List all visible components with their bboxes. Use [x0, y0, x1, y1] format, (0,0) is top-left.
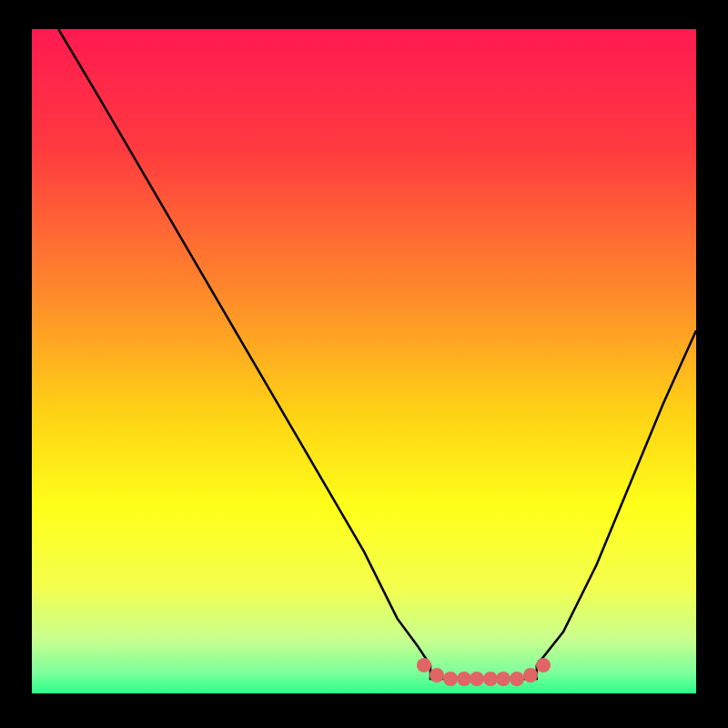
highlight-dot	[430, 668, 444, 682]
highlight-dot	[523, 668, 538, 682]
highlight-dot	[536, 658, 551, 672]
highlight-dot	[443, 672, 458, 686]
plot-area	[32, 29, 696, 699]
bottleneck-curve	[32, 29, 696, 699]
highlight-dot	[470, 672, 484, 686]
chart-frame	[0, 0, 728, 728]
highlight-dot	[496, 672, 511, 686]
highlight-dot	[417, 658, 431, 672]
highlight-dot	[510, 672, 524, 686]
highlight-dot	[483, 672, 498, 686]
highlight-dot	[457, 672, 471, 686]
curve-path	[58, 29, 696, 679]
